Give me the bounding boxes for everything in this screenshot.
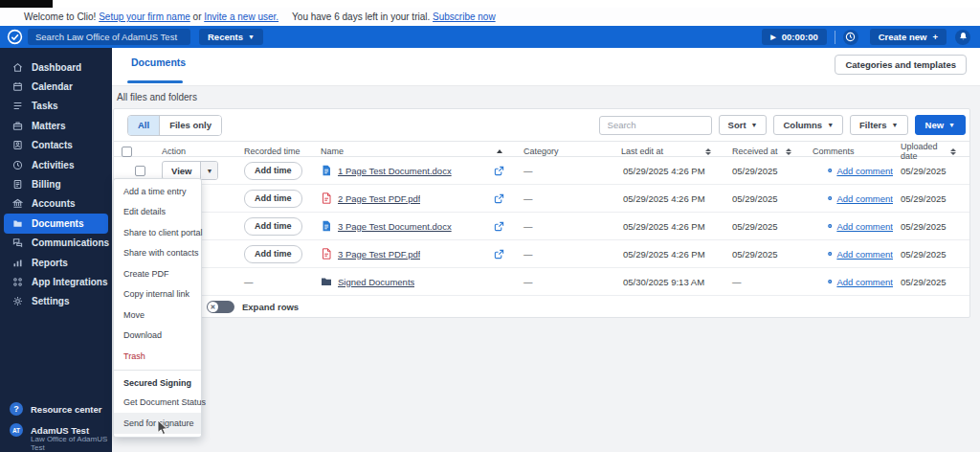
grid-dots-icon [12,277,23,287]
briefcase-icon [12,121,23,131]
sort-button[interactable]: Sort▼ [719,115,768,135]
columns-button[interactable]: Columns▼ [773,115,843,135]
menu-item-get-document-status[interactable]: Get Document Status [114,393,201,414]
document-name-link[interactable]: 3 Page Test PDF.pdf [338,249,420,260]
menu-item-edit-details[interactable]: Edit details [114,202,201,223]
sidebar-item-billing[interactable]: Billing [0,174,112,193]
sort-ascending-icon [497,149,502,153]
user-firm-name: Law Office of AdamUS Test [31,435,112,452]
add-time-button[interactable]: Add time [244,245,302,263]
pdf-file-icon [321,248,332,260]
timer-button[interactable]: ▶00:00:00 [762,29,826,45]
expand-rows-toggle[interactable]: ✕ [207,301,234,313]
sidebar-item-documents[interactable]: Documents [4,214,108,233]
comments-cell: Add comment [805,193,893,204]
add-comment-icon [828,193,832,203]
select-all-checkbox[interactable] [122,147,132,157]
menu-item-trash[interactable]: Trash [114,346,201,367]
menu-item-create-pdf[interactable]: Create PDF [114,263,201,284]
chat-bubbles-icon [12,237,23,248]
row-checkbox[interactable] [135,166,145,176]
add-time-button[interactable]: Add time [244,217,302,236]
create-new-button[interactable]: Create new+ [870,29,947,45]
add-time-button[interactable]: Add time [244,190,302,208]
col-header-name[interactable]: Name [313,142,516,161]
bar-chart-icon [12,258,23,268]
clock-icon [12,160,23,170]
add-comment-link[interactable]: Add comment [836,221,893,232]
col-header-uploaded-date[interactable]: Uploaded date [893,142,969,161]
folder-icon [321,276,332,287]
sidebar-item-settings[interactable]: Settings [0,292,112,311]
add-comment-link[interactable]: Add comment [836,249,893,260]
sidebar-item-activities[interactable]: Activities [0,155,112,174]
invite-new-user-link[interactable]: Invite a new user. [204,11,278,22]
subscribe-now-link[interactable]: Subscribe now [433,11,496,22]
col-header-last-edit[interactable]: Last edit at [613,142,724,161]
top-strip [0,0,980,8]
sidebar-item-calendar[interactable]: Calendar [0,77,112,96]
tab-documents[interactable]: Documents [131,56,186,68]
sidebar-item-app-integrations[interactable]: App Integrations [0,272,112,291]
setup-firm-name-link[interactable]: Setup your firm name [99,11,190,22]
category-cell: — [516,249,613,260]
col-header-received-at[interactable]: Received at [724,142,805,161]
view-button[interactable]: View▼ [162,161,218,180]
sidebar-item-communications[interactable]: Communications [0,234,112,253]
table-row: Add time 3 Page Test PDF.pdf — 05/29/202… [114,240,969,268]
col-header-recorded-time[interactable]: Recorded time [236,142,313,161]
sidebar-item-reports[interactable]: Reports [0,253,112,272]
filters-button[interactable]: Filters▼ [850,115,907,135]
last-edit-cell: 05/29/2025 4:26 PM [613,249,724,260]
add-time-button[interactable]: Add time [244,162,302,180]
new-button[interactable]: New▼ [915,115,966,135]
sidebar-item-matters[interactable]: Matters [0,116,112,135]
add-comment-link[interactable]: Add comment [836,277,893,287]
document-name-link[interactable]: 2 Page Test PDF.pdf [338,193,420,204]
filter-all-button[interactable]: All [128,116,159,135]
col-header-action[interactable]: Action [154,142,236,161]
section-label: All files and folders [117,92,197,102]
global-search-input[interactable] [28,29,190,45]
clock-button[interactable] [843,30,858,45]
col-header-category[interactable]: Category [516,142,613,161]
filter-files-only-button[interactable]: Files only [159,116,221,135]
last-edit-cell: 05/30/2025 9:13 AM [613,277,724,287]
table-row: — Signed Documents — 05/30/2025 9:13 AM … [114,268,969,296]
chevron-down-icon: ▼ [200,162,217,179]
clio-logo-icon[interactable] [7,29,23,45]
document-name-link[interactable]: 3 Page Test Document.docx [338,221,452,232]
open-external-icon[interactable] [494,249,504,260]
categories-and-templates-button[interactable]: Categories and templates [835,55,967,75]
menu-item-copy-internal-link[interactable]: Copy internal link [114,284,201,305]
menu-item-download[interactable]: Download [114,326,201,347]
tabs-row: Documents Categories and templates [112,48,980,86]
timer-value: 00:00:00 [782,32,818,42]
open-external-icon[interactable] [494,221,504,232]
menu-item-share-client-portal[interactable]: Share to client portal [114,222,201,243]
col-header-comments[interactable]: Comments [805,142,893,161]
add-comment-link[interactable]: Add comment [836,193,893,204]
recents-button[interactable]: Recents▼ [199,29,263,45]
menu-item-add-time-entry[interactable]: Add a time entry [114,181,201,202]
sidebar-nav: Dashboard Calendar Tasks Matters Contact… [0,48,112,311]
notifications-button[interactable] [955,30,970,45]
folder-name-link[interactable]: Signed Documents [338,277,414,287]
table-search-input[interactable] [599,116,712,135]
add-comment-link[interactable]: Add comment [836,166,893,176]
avatar: AT [10,423,23,437]
open-external-icon[interactable] [494,166,504,176]
document-name-link[interactable]: 1 Page Test Document.docx [338,166,452,176]
open-external-icon[interactable] [494,193,504,204]
mouse-cursor-icon [157,419,168,436]
sidebar-item-contacts[interactable]: Contacts [0,136,112,155]
recorded-time-cell: — [236,277,313,287]
sidebar-item-accounts[interactable]: Accounts [0,194,112,214]
sidebar-item-dashboard[interactable]: Dashboard [0,57,112,77]
menu-item-move[interactable]: Move [114,305,201,326]
chevron-down-icon: ▼ [827,122,834,128]
resource-center-button[interactable]: ? Resource center [0,398,112,419]
menu-item-share-with-contacts[interactable]: Share with contacts [114,243,201,264]
table-row: Add time 3 Page Test Document.docx — 05/… [114,213,969,240]
sidebar-item-tasks[interactable]: Tasks [0,97,112,116]
